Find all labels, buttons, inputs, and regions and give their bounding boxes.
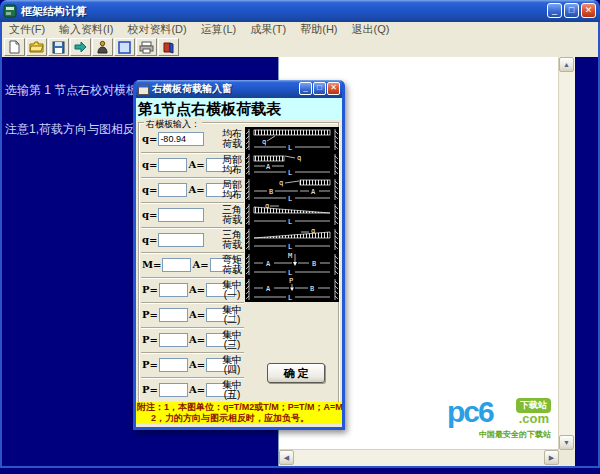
load-row: P=A=集中(五)	[141, 377, 244, 402]
diagram-panel: q L q A L	[245, 127, 339, 302]
calc-icon[interactable]	[92, 38, 113, 56]
field-label: q=	[142, 159, 157, 170]
svg-text:B: B	[312, 260, 316, 268]
svg-text:P: P	[289, 277, 293, 285]
run-icon[interactable]	[70, 38, 91, 56]
field-label: A=	[189, 384, 205, 395]
pc6-watermark: pc6 下载站 .com 中国最安全的下载站	[447, 398, 551, 444]
load-row: P=A=集中(三)	[141, 327, 244, 352]
svg-text:A: A	[311, 188, 316, 196]
partial-uniform-right-diagram: q B A L	[245, 177, 339, 202]
scroll-left-icon[interactable]: ◀	[279, 450, 294, 465]
maximize-button[interactable]: □	[564, 3, 579, 18]
svg-text:L: L	[288, 294, 292, 302]
svg-text:M: M	[288, 252, 292, 260]
load-row: P=A=集中(四)	[141, 352, 244, 377]
load-value-input[interactable]	[159, 308, 188, 322]
svg-text:A: A	[266, 163, 271, 171]
load-value-input[interactable]	[159, 358, 188, 372]
toolbar	[2, 37, 600, 58]
menu-bar: 文件(F)输入资料(I)校对资料(D)运算(L)成果(T)帮助(H)退出(Q)	[2, 22, 598, 38]
app-icon	[3, 4, 17, 18]
load-value-input[interactable]	[158, 158, 187, 172]
field-label: q=	[142, 209, 157, 220]
svg-text:q: q	[262, 138, 266, 146]
menu-item[interactable]: 退出(Q)	[345, 22, 397, 37]
window-border-bottom	[0, 466, 600, 468]
vertical-scrollbar[interactable]: ▲ ▼	[558, 57, 575, 450]
ok-button[interactable]: 确 定	[267, 363, 325, 383]
window-border-left	[0, 22, 2, 468]
load-value-input[interactable]	[158, 233, 204, 247]
menu-item[interactable]: 运算(L)	[194, 22, 243, 37]
app-titlebar: 框架结构计算 _ □ ✕	[0, 0, 600, 22]
load-value-input[interactable]	[162, 258, 191, 272]
dialog-body: 右横板输入： q=均布荷载q=A=局部均布q=A=局部均布q=三角荷载q=三角荷…	[136, 120, 342, 424]
field-label: A=	[189, 359, 205, 370]
field-label: M=	[142, 259, 161, 270]
load-type-label: 集中(三)	[221, 330, 243, 350]
horizontal-scrollbar[interactable]: ◀ ▶	[279, 449, 559, 466]
menu-item[interactable]: 成果(T)	[243, 22, 293, 37]
minimize-button[interactable]: _	[547, 3, 562, 18]
load-value-input[interactable]	[159, 283, 188, 297]
svg-text:A: A	[266, 260, 271, 268]
open-icon[interactable]	[26, 38, 47, 56]
menu-item[interactable]: 输入资料(I)	[52, 22, 120, 37]
svg-text:L: L	[288, 218, 292, 226]
scroll-down-icon[interactable]: ▼	[559, 435, 574, 450]
footnote: 附注：1，本图单位：q=T/M2或T/M；P=T/M；A=M 2，力的方向与图示…	[136, 402, 342, 424]
pc6-logo: pc6	[447, 395, 493, 428]
load-row: q=三角荷载	[141, 227, 244, 252]
load-value-input[interactable]	[158, 208, 204, 222]
dialog-title: 右横板荷载输入窗	[152, 82, 232, 96]
load-value-input[interactable]	[159, 333, 188, 347]
new-icon[interactable]	[4, 38, 25, 56]
pc6-tagline: 中国最安全的下载站	[479, 429, 551, 440]
field-label: q=	[142, 184, 157, 195]
save-icon[interactable]	[48, 38, 69, 56]
load-value-input[interactable]	[159, 383, 188, 397]
load-row: q=三角荷载	[141, 202, 244, 227]
load-value-input[interactable]	[158, 132, 204, 146]
field-label: A=	[189, 309, 205, 320]
load-row: q=均布荷载	[141, 127, 244, 152]
svg-text:L: L	[288, 169, 292, 177]
menu-item[interactable]: 文件(F)	[2, 22, 52, 37]
load-row: M=A=弯矩荷载	[141, 252, 244, 277]
menu-item[interactable]: 帮助(H)	[293, 22, 344, 37]
dialog-header: 第1节点右横板荷载表	[136, 98, 342, 120]
field-label: P=	[142, 309, 158, 320]
field-label: P=	[142, 284, 158, 295]
field-label: A=	[188, 159, 204, 170]
dialog-titlebar: 右横板荷载输入窗 _ □ ✕	[136, 80, 342, 98]
scroll-right-icon[interactable]: ▶	[544, 450, 559, 465]
field-label: A=	[189, 284, 205, 295]
load-type-label: 三角荷载	[221, 230, 243, 250]
close-button[interactable]: ✕	[581, 3, 596, 18]
field-label: q=	[142, 133, 157, 144]
load-type-label: 均布荷载	[221, 129, 243, 149]
svg-text:q: q	[297, 154, 301, 162]
load-type-label: 局部均布	[221, 180, 243, 200]
svg-text:L: L	[288, 195, 292, 202]
scroll-up-icon[interactable]: ▲	[559, 57, 574, 72]
dialog-minimize-button[interactable]: _	[299, 82, 312, 95]
dialog-icon	[138, 84, 149, 95]
field-label: P=	[142, 334, 158, 345]
menu-item[interactable]: 校对资料(D)	[120, 22, 193, 37]
dialog-maximize-button[interactable]: □	[313, 82, 326, 95]
load-type-label: 集中(二)	[221, 305, 243, 325]
load-row: P=A=集中(二)	[141, 302, 244, 327]
scrollbar-corner	[559, 450, 575, 466]
load-value-input[interactable]	[158, 183, 187, 197]
print-icon[interactable]	[136, 38, 157, 56]
load-row: P=A=集中(一)	[141, 277, 244, 302]
dialog-close-button[interactable]: ✕	[327, 82, 340, 95]
footnote-line2: 2，力的方向与图示相反时，应加负号。	[136, 413, 342, 424]
triangle-load-asc-diagram: q L	[245, 227, 339, 252]
preview-icon[interactable]	[114, 38, 135, 56]
exit-icon[interactable]	[158, 38, 179, 56]
uniform-load-diagram: q L	[245, 127, 339, 152]
point-load-diagram: P A B L	[245, 277, 339, 302]
